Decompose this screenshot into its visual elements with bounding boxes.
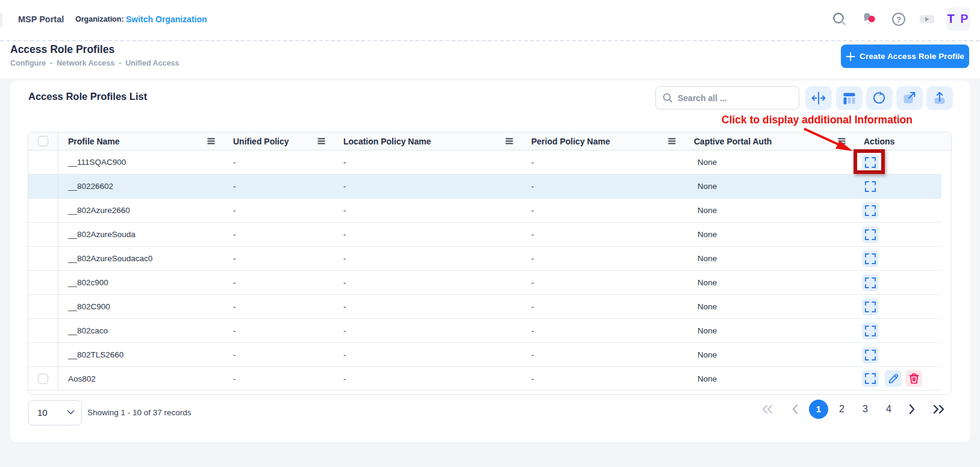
svg-text:?: ?	[896, 15, 901, 24]
